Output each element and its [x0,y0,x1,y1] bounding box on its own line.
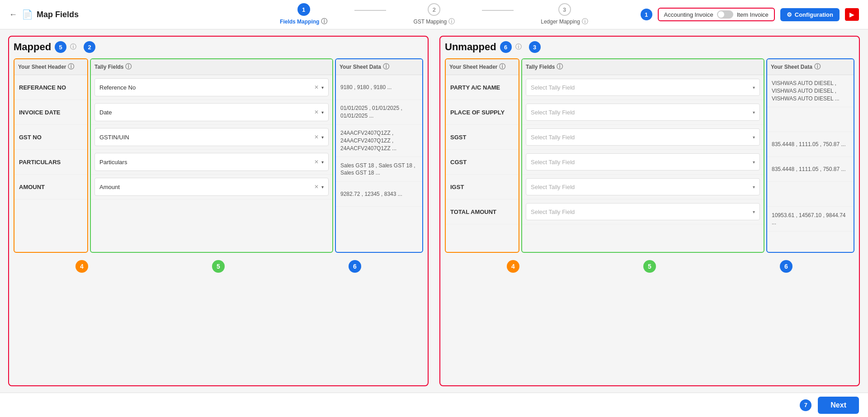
unmapped-title: Unmapped [445,41,496,53]
unmapped-data-info[interactable]: ⓘ [814,63,821,71]
toggle-knob [718,11,724,18]
unmapped-badge-5: 5 [643,260,656,273]
unmapped-arrow-0: ▾ [753,85,755,90]
mapped-row-2-data: 24AACFV2407Q1ZZ , 24AACFV2407Q1ZZ , 24AA… [336,125,422,157]
mapped-sheet-info[interactable]: ⓘ [68,63,74,71]
unmapped-data-col: Your Sheet Data ⓘ VISHWAS AUTO DIESEL , … [766,58,854,253]
unmapped-sheet-header-hdr: Your Sheet Header ⓘ [446,59,519,75]
step-2-label: GST Mapping ⓘ [413,18,455,26]
unmapped-row-0-data: VISHWAS AUTO DIESEL , VISHWAS AUTO DIESE… [767,75,854,107]
unmapped-arrow-3: ▾ [753,160,755,165]
step-1-info-icon[interactable]: ⓘ [321,18,327,26]
tally-clear-2[interactable]: ✕ [314,134,319,140]
unmapped-bottom-badges: 4 5 6 [445,260,854,273]
tally-arrow-3[interactable]: ▾ [321,160,324,165]
unmapped-row-1-data [767,107,854,132]
mapped-row-4-sheet: AMOUNT [14,175,87,199]
mapped-sheet-rows: REFERANCE NO INVOICE DATE GST NO PARTICU… [14,75,87,199]
step-3-info-icon[interactable]: ⓘ [582,18,588,26]
mapped-data-hdr: Your Sheet Data ⓘ [336,59,422,75]
youtube-button[interactable]: ▶ [845,8,859,21]
mapped-tally-select-1[interactable]: Date ✕▾ [94,103,329,121]
step-2[interactable]: 2 GST Mapping ⓘ [413,3,455,26]
step-1[interactable]: 1 Fields Mapping ⓘ [280,3,327,26]
unmapped-tally-col: Tally Fields ⓘ Select Tally Field ▾ Sele… [521,58,764,253]
doc-icon: 📄 [22,9,33,20]
page-title: Map Fields [37,10,79,19]
mapped-row-3-sheet: PARTICULARS [14,150,87,175]
header-right: 1 Accounting Invoice Item Invoice ⚙ Conf… [641,8,859,21]
mapped-sheet-header-hdr: Your Sheet Header ⓘ [14,59,87,75]
unmapped-row-5-sheet: TOTAL AMOUNT [446,199,519,224]
mapped-count-badge: 5 [55,41,66,53]
invoice-toggle-box: Accounting Invoice Item Invoice [658,8,775,21]
tally-arrow-1[interactable]: ▾ [321,110,324,115]
tally-clear-3[interactable]: ✕ [314,159,319,165]
unmapped-tally-select-5[interactable]: Select Tally Field ▾ [526,203,760,220]
step-2-info-icon[interactable]: ⓘ [448,18,455,26]
config-label: Configuration [795,11,833,18]
unmapped-row-2-tally: Select Tally Field ▾ [522,125,764,150]
mapped-tally-hdr: Tally Fields ⓘ [91,59,332,75]
unmapped-tally-rows: Select Tally Field ▾ Select Tally Field … [522,75,764,224]
unmapped-row-0-sheet: PARTY A/C NAME [446,75,519,100]
tally-clear-0[interactable]: ✕ [314,84,319,90]
invoice-toggle[interactable] [717,10,733,19]
unmapped-row-3-sheet: CGST [446,150,519,175]
unmapped-row-5-tally: Select Tally Field ▾ [522,199,764,224]
step-1-circle: 1 [297,3,310,16]
mapped-data-col: Your Sheet Data ⓘ 9180 , 9180 , 9180 ...… [335,58,423,253]
step-3[interactable]: 3 Ledger Mapping ⓘ [541,3,588,26]
mapped-tally-select-3[interactable]: Particulars ✕▾ [94,153,329,171]
mapped-row-4-data: 9282.72 , 12345 , 8343 ... [336,182,422,207]
unmapped-badge-3: 3 [529,41,541,53]
mapped-tally-select-2[interactable]: GSTIN/UIN ✕▾ [94,128,329,146]
step-3-circle: 3 [558,3,571,16]
unmapped-sheet-info[interactable]: ⓘ [499,63,505,71]
tally-arrow-2[interactable]: ▾ [321,135,324,140]
mapped-bottom-badges: 4 5 6 [14,260,423,273]
mapped-badge-5: 5 [212,260,225,273]
unmapped-row-1-tally: Select Tally Field ▾ [522,100,764,125]
unmapped-tally-select-4[interactable]: Select Tally Field ▾ [526,178,760,195]
configuration-button[interactable]: ⚙ Configuration [780,8,840,21]
gear-icon: ⚙ [787,11,792,18]
mapped-row-0-data: 9180 , 9180 , 9180 ... [336,75,422,100]
tally-arrow-4[interactable]: ▾ [321,185,324,190]
unmapped-tally-select-0[interactable]: Select Tally Field ▾ [526,79,760,96]
unmapped-tally-select-3[interactable]: Select Tally Field ▾ [526,153,760,171]
unmapped-data-hdr: Your Sheet Data ⓘ [767,59,854,75]
unmapped-tally-info[interactable]: ⓘ [557,63,563,71]
step-connector-1 [354,10,386,11]
stepper: 1 Fields Mapping ⓘ 2 GST Mapping ⓘ 3 Led… [280,3,588,26]
unmapped-tally-hdr: Tally Fields ⓘ [522,59,764,75]
tally-arrow-0[interactable]: ▾ [321,85,324,90]
tally-clear-1[interactable]: ✕ [314,109,319,115]
mapped-data-rows: 9180 , 9180 , 9180 ... 01/01/2025 , 01/0… [336,75,422,207]
mapped-row-3-data: Sales GST 18 , Sales GST 18 , Sales GST … [336,157,422,182]
mapped-info-icon[interactable]: ⓘ [70,43,76,51]
back-button[interactable]: ← [9,10,17,19]
unmapped-row-4-data [767,182,854,207]
mapped-tally-select-4[interactable]: Amount ✕▾ [94,178,329,196]
unmapped-arrow-5: ▾ [753,209,755,214]
mapped-data-info[interactable]: ⓘ [383,63,389,71]
header: ← 📄 Map Fields 1 Fields Mapping ⓘ 2 GST … [0,0,868,29]
mapped-row-1-sheet: INVOICE DATE [14,100,87,125]
unmapped-row-5-data: 10953.61 , 14567.10 , 9844.74 ... [767,207,854,232]
footer-badge-7: 7 [800,399,811,411]
unmapped-row-0-tally: Select Tally Field ▾ [522,75,764,100]
tally-clear-4[interactable]: ✕ [314,184,319,190]
unmapped-info-icon[interactable]: ⓘ [515,43,522,51]
unmapped-title-row: Unmapped 6 ⓘ 3 [445,41,854,53]
mapped-row-1-data: 01/01/2025 , 01/01/2025 , 01/01/2025 ... [336,100,422,125]
mapped-tally-rows: Reference No ✕▾ Date ✕▾ GSTIN/UIN [91,75,332,199]
unmapped-tally-select-1[interactable]: Select Tally Field ▾ [526,104,760,121]
unmapped-tally-select-2[interactable]: Select Tally Field ▾ [526,128,760,146]
mapped-tally-select-0[interactable]: Reference No ✕▾ [94,78,329,96]
mapped-badge-4: 4 [75,260,88,273]
header-badge-1: 1 [641,9,652,20]
mapped-tally-info[interactable]: ⓘ [125,63,132,71]
next-button[interactable]: Next [818,397,859,414]
unmapped-sheet-rows: PARTY A/C NAME PLACE OF SUPPLY SGST CGST… [446,75,519,224]
